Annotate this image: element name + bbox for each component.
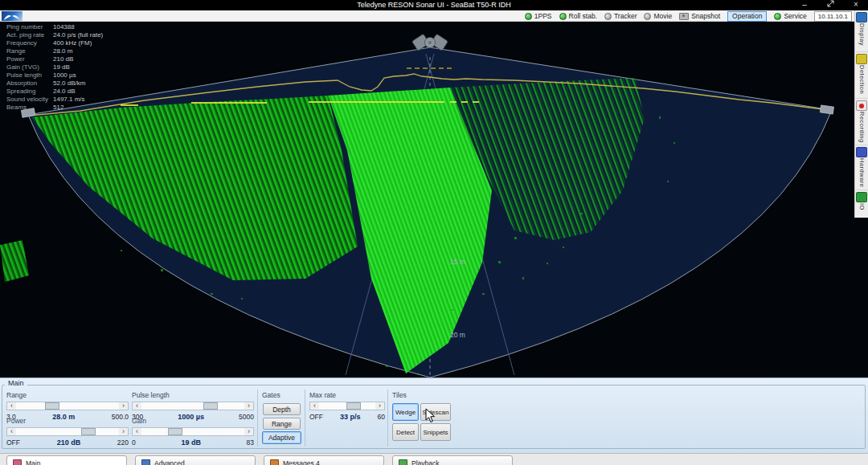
gain-slider[interactable]: ‹ › — [132, 427, 254, 436]
power-control: Power ‹ › OFF 210 dB 220 — [6, 417, 129, 447]
operation-mode-button[interactable]: Operation — [727, 11, 767, 22]
slider-left-arrow[interactable]: ‹ — [310, 402, 319, 410]
slider-track[interactable] — [16, 428, 119, 435]
param-value: 104388 — [53, 23, 75, 31]
slider-right-arrow[interactable]: › — [119, 428, 128, 435]
param-row: Pulse length1000 µs — [6, 71, 103, 80]
gates-depth-button[interactable]: Depth — [263, 403, 301, 415]
slider-right-arrow[interactable]: › — [375, 402, 384, 410]
snapshot-button[interactable]: Snapshot — [679, 12, 720, 20]
slider-thumb[interactable] — [203, 402, 218, 410]
param-value: 24.0 p/s (full rate) — [53, 31, 103, 39]
param-label: Beams — [6, 104, 53, 112]
slider-track[interactable] — [319, 402, 375, 410]
depth-mark-15m: 15 m — [450, 258, 465, 266]
gain-label: Gain — [132, 417, 254, 425]
recording-icon — [856, 100, 867, 111]
param-label: Act. ping rate — [6, 31, 53, 39]
display-icon — [856, 12, 867, 22]
slider-right-arrow[interactable]: › — [244, 402, 253, 410]
tab-detection[interactable]: Detection — [855, 54, 868, 99]
tab-io[interactable]: IO — [855, 192, 868, 224]
camera-icon — [679, 13, 689, 20]
param-row: Absorption52.0 dB/km — [6, 80, 103, 88]
slider-thumb[interactable] — [81, 428, 96, 435]
tiles-snippets-button[interactable]: Snippets — [420, 423, 451, 441]
gain-max: 83 — [247, 438, 254, 447]
max-rate-slider[interactable]: ‹ › — [309, 402, 385, 410]
indicator-tracker: Tracker — [604, 12, 637, 20]
io-icon — [856, 192, 867, 202]
param-value: 400 kHz (FM) — [53, 39, 92, 47]
section-divider — [305, 390, 305, 447]
param-label: Power — [6, 55, 53, 63]
tab-hardware[interactable]: Hardware — [855, 147, 868, 190]
param-label: Sound velocity — [6, 96, 53, 104]
maximize-button[interactable] — [818, 0, 842, 10]
slider-thumb[interactable] — [168, 428, 182, 435]
bottom-tab-advanced[interactable]: Advanced — [135, 455, 256, 465]
advanced-tab-icon — [141, 459, 150, 465]
sonar-wedge-display[interactable]: Ping number104388 Act. ping rate24.0 p/s… — [0, 22, 868, 377]
param-label: Pulse length — [6, 71, 53, 80]
pulse-length-slider[interactable]: ‹ › — [132, 402, 254, 410]
param-value: 210 dB — [53, 55, 73, 63]
slider-left-arrow[interactable]: ‹ — [7, 428, 16, 435]
gain-control: Gain ‹ › 0 19 dB 83 — [132, 417, 254, 447]
max-rate-min: OFF — [309, 413, 323, 421]
bottom-tab-main[interactable]: Main — [6, 455, 127, 465]
slider-thumb[interactable] — [346, 402, 361, 410]
main-tab-icon — [13, 459, 22, 465]
tiles-detect-button[interactable]: Detect — [392, 423, 419, 441]
app-window: Teledyne RESON Sonar UI - SeaBat T50-R I… — [0, 0, 868, 465]
gates-range-button[interactable]: Range — [263, 418, 301, 430]
slider-right-arrow[interactable]: › — [119, 402, 128, 410]
param-value: 1000 µs — [53, 71, 76, 80]
tiles-wedge-button[interactable]: Wedge — [392, 403, 419, 421]
gates-label: Gates — [262, 391, 302, 399]
panel-title: Main — [5, 379, 27, 387]
tab-display[interactable]: Display — [855, 12, 868, 52]
max-rate-value: 33 p/s — [340, 413, 361, 421]
power-slider[interactable]: ‹ › — [6, 427, 129, 436]
power-max: 220 — [117, 438, 129, 447]
indicator-1pps: 1PPS — [525, 12, 552, 20]
power-min: OFF — [6, 438, 20, 447]
toolbar: 1PPS Roll stab. Tracker Movie Snapshot O… — [0, 10, 868, 22]
bottom-tab-messages[interactable]: Messages 4 — [264, 455, 384, 465]
param-value: 1497.1 m/s — [53, 96, 85, 104]
gates-adaptive-button[interactable]: Adaptive — [262, 431, 301, 444]
slider-track[interactable] — [16, 402, 119, 410]
section-divider — [387, 390, 388, 447]
param-row: Frequency400 kHz (FM) — [6, 39, 103, 47]
param-row: Power210 dB — [6, 55, 103, 63]
slider-left-arrow[interactable]: ‹ — [133, 402, 141, 410]
gates-group: Gates Depth Range Adaptive — [262, 391, 302, 447]
param-label: Range — [6, 47, 53, 55]
max-rate-label: Max rate — [309, 391, 385, 399]
close-button[interactable]: × — [844, 0, 868, 10]
slider-left-arrow[interactable]: ‹ — [133, 428, 141, 435]
bottom-tab-playback[interactable]: Playback — [392, 455, 513, 465]
slider-track[interactable] — [141, 428, 244, 435]
tiles-group: Tiles Wedge Sidescan Detect Snippets — [392, 391, 453, 447]
param-row: Beams512 — [6, 104, 103, 112]
window-title: Teledyne RESON Sonar UI - SeaBat T50-R I… — [0, 1, 868, 9]
slider-right-arrow[interactable]: › — [244, 428, 253, 435]
minimize-button[interactable]: – — [792, 0, 817, 10]
param-label: Gain (TVG) — [6, 63, 53, 71]
slider-track[interactable] — [141, 402, 244, 410]
param-value: 19 dB — [53, 63, 70, 71]
slider-left-arrow[interactable]: ‹ — [7, 402, 16, 410]
param-row: Sound velocity1497.1 m/s — [6, 96, 103, 104]
sonar-ip-address[interactable]: 10.11.10.1 — [814, 11, 852, 22]
max-rate-control: Max rate ‹ › OFF 33 p/s 60 — [309, 391, 385, 421]
tab-recording[interactable]: Recording — [855, 100, 868, 145]
param-label: Spreading — [6, 88, 53, 96]
messages-tab-icon — [270, 459, 279, 465]
range-label: Range — [6, 391, 129, 399]
teledyne-logo-icon — [2, 11, 23, 21]
slider-thumb[interactable] — [45, 402, 59, 410]
range-slider[interactable]: ‹ › — [6, 402, 129, 410]
tiles-label: Tiles — [392, 391, 453, 399]
